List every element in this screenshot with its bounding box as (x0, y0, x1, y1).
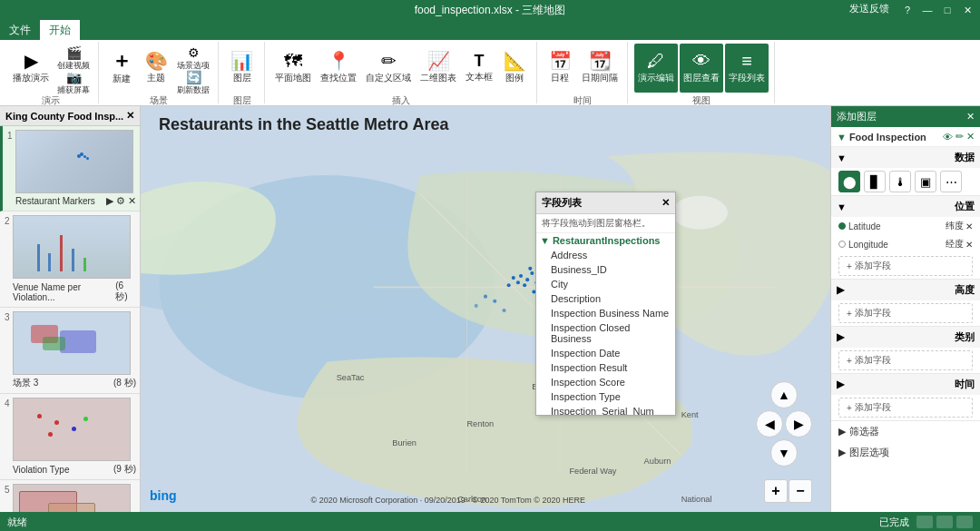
field-list-btn[interactable]: ≡ 字段列表 (725, 44, 769, 93)
region-btn[interactable]: ▣ (915, 171, 936, 192)
section-category-header[interactable]: ▶ 类别 (831, 327, 980, 348)
section-time-header[interactable]: ▶ 时间 (831, 374, 980, 395)
section-height-header[interactable]: ▶ 高度 (831, 280, 980, 300)
bing-logo: bing (150, 488, 177, 503)
remove-lon-btn[interactable]: ✕ (965, 240, 973, 250)
view-page-btn[interactable] (936, 516, 953, 528)
scene-thumb-4 (13, 398, 131, 461)
svg-point-43 (493, 300, 496, 303)
help-btn[interactable]: ? (898, 2, 916, 18)
capture-screen-btn[interactable]: 📷 捕获屏幕 (54, 69, 93, 93)
more-btn[interactable]: ⋯ (940, 171, 962, 192)
scene-options-btn[interactable]: ⚙ 场景选项 (174, 44, 212, 68)
add-time-field-btn[interactable]: + 添加字段 (838, 398, 973, 418)
delete-scene-btn[interactable]: ✕ (128, 195, 136, 207)
field-inspection-type[interactable]: Inspection Type (536, 389, 675, 404)
layer-btn[interactable]: 📊 图层 (226, 44, 259, 93)
group-label-scene: 场景 (150, 93, 168, 107)
feedback-link[interactable]: 发送反馈 (849, 2, 889, 18)
svg-text:Kent: Kent (681, 410, 699, 419)
group-presentation: ▶ 播放演示 🎬 创建视频 📷 捕获屏幕 演示 (4, 42, 99, 103)
field-description[interactable]: Description (536, 291, 675, 306)
play-btn[interactable]: ▶ 播放演示 (9, 44, 53, 93)
group-label-layer: 图层 (233, 93, 251, 107)
bar-chart-btn[interactable]: ▊ (864, 171, 886, 192)
schedule-btn[interactable]: 📅 日程 (544, 44, 576, 93)
find-location-btn[interactable]: 📍 查找位置 (317, 44, 360, 93)
field-inspection-result[interactable]: Inspection Result (536, 360, 675, 375)
minimize-btn[interactable]: — (918, 2, 936, 18)
new-scene-btn[interactable]: ＋ 新建 (105, 44, 138, 93)
section-location-label: 位置 (955, 200, 975, 213)
presentation-edit-btn[interactable]: 🖊 演示编辑 (634, 44, 678, 93)
field-business-id[interactable]: Business_ID (536, 262, 675, 277)
bubble-chart-btn[interactable]: ⬤ (838, 171, 860, 192)
map-area[interactable]: Restaurants in the Seattle Metro Area (141, 106, 830, 512)
plus-icon-cat: + (847, 356, 852, 366)
chart-2d-btn[interactable]: 📈 二维图表 (416, 44, 460, 93)
nav-up-btn[interactable]: ▲ (770, 381, 798, 408)
textbox-btn[interactable]: T 文本框 (462, 44, 496, 93)
add-height-field-btn[interactable]: + 添加字段 (838, 303, 973, 323)
scene-item-3[interactable]: 3 场景 3 (8 秒) (0, 308, 140, 394)
play-scene-btn[interactable]: ▶ (106, 195, 113, 207)
window-title: food_inspection.xlsx - 三维地图 (415, 3, 566, 18)
nav-down-btn[interactable]: ▼ (770, 439, 798, 467)
eye-icon[interactable]: 👁 (943, 132, 953, 143)
chevron-down-icon: ▼ (540, 235, 550, 246)
field-inspection-date[interactable]: Inspection Date (536, 346, 675, 360)
add-cat-field-btn[interactable]: + 添加字段 (838, 350, 973, 370)
field-city[interactable]: City (536, 277, 675, 291)
chevron-right-icon-cat: ▶ (837, 331, 844, 343)
lon-label: Longitude (838, 240, 888, 250)
field-inspection-closed[interactable]: Inspection Closed Business (536, 320, 675, 346)
zoom-out-btn[interactable]: − (789, 479, 812, 503)
scene-item-1[interactable]: 1 Restaurant Markers ▶ ⚙ ✕ (0, 126, 140, 211)
settings-scene-btn[interactable]: ⚙ (116, 195, 125, 207)
scene-item-4[interactable]: 4 Violation Type (9 秒) (0, 394, 140, 480)
close-panel-btn[interactable]: ✕ (126, 110, 134, 122)
field-inspection-serial[interactable]: Inspection_Serial_Num (536, 404, 675, 415)
close-btn[interactable]: ✕ (958, 2, 976, 18)
region-icon: ✏ (381, 52, 397, 70)
layer-view-btn[interactable]: 👁 图层查看 (680, 44, 723, 93)
restore-btn[interactable]: □ (938, 2, 956, 18)
section-advanced[interactable]: ▶ 图层选项 (831, 442, 980, 463)
legend-btn[interactable]: 📐 图例 (498, 44, 531, 93)
section-location-header[interactable]: ▼ 位置 (831, 196, 980, 217)
nav-right-btn[interactable]: ▶ (785, 410, 812, 438)
svg-text:Renton: Renton (466, 419, 494, 428)
tab-home[interactable]: 开始 (40, 20, 80, 40)
scene-label-2: Venue Name per Violation... (6 秒) (13, 280, 136, 303)
field-address[interactable]: Address (536, 248, 675, 262)
field-group-ri[interactable]: ▼ RestaurantInspections (536, 233, 675, 248)
edit-layer-icon[interactable]: ✏ (956, 131, 964, 143)
zoom-in-btn[interactable]: + (764, 479, 788, 503)
delete-layer-icon[interactable]: ✕ (966, 131, 975, 143)
nav-left-btn[interactable]: ◀ (756, 410, 783, 438)
view-break-btn[interactable] (956, 516, 973, 528)
create-video-btn[interactable]: 🎬 创建视频 (54, 44, 93, 68)
refresh-btn[interactable]: 🔄 刷新数据 (174, 69, 212, 93)
section-data-header[interactable]: ▼ 数据 (831, 147, 980, 168)
scene-item-5[interactable]: 5 Violation Type by Zip Code (8 秒) (0, 480, 140, 512)
field-inspection-biz-name[interactable]: Inspection Business Name (536, 306, 675, 320)
field-inspection-score[interactable]: Inspection Score (536, 375, 675, 389)
scene-item-2[interactable]: 2 Venue Name per Violation... (6 秒) (0, 211, 140, 308)
heatmap-btn[interactable]: 🌡 (889, 171, 911, 192)
date-interval-btn[interactable]: 📆 日期间隔 (578, 44, 622, 93)
view-normal-btn[interactable] (916, 516, 933, 528)
custom-region-btn[interactable]: ✏ 自定义区域 (362, 44, 415, 93)
close-field-panel-btn[interactable]: ✕ (662, 197, 670, 209)
theme-btn[interactable]: 🎨 主题 (140, 44, 172, 93)
section-filter[interactable]: ▶ 筛选器 (831, 421, 980, 442)
layer-header[interactable]: ▼ Food Inspection 👁 ✏ ✕ (831, 127, 980, 147)
scene-thumb-5 (13, 484, 131, 512)
add-loc-field-btn[interactable]: + 添加字段 (838, 256, 973, 276)
prop-panel-close-btn[interactable]: ✕ (966, 111, 975, 123)
flat-map-btn[interactable]: 🗺 平面地图 (271, 44, 315, 93)
svg-text:Federal Way: Federal Way (569, 467, 616, 476)
remove-lat-btn[interactable]: ✕ (965, 221, 973, 231)
tab-file[interactable]: 文件 (0, 20, 40, 40)
lat-label: Latitude (838, 221, 881, 231)
